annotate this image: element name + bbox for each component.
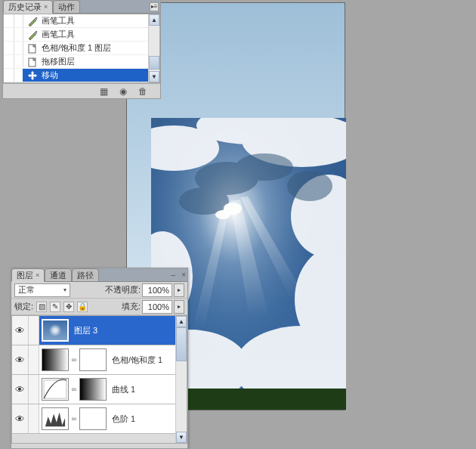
tab-channels[interactable]: 通道 bbox=[45, 268, 72, 282]
layer-link-gutter[interactable] bbox=[29, 345, 39, 374]
brush-icon bbox=[26, 29, 39, 41]
blend-row: 正常 ▾ 不透明度: 100% ▸ bbox=[11, 282, 187, 299]
minimize-icon[interactable]: – bbox=[171, 271, 175, 279]
snapshot-icon[interactable]: ◉ bbox=[118, 86, 128, 97]
lock-all-icon[interactable]: 🔒 bbox=[77, 302, 88, 312]
history-item[interactable]: 拖移图层 bbox=[4, 55, 159, 69]
lock-transparency-icon[interactable]: ▧ bbox=[36, 302, 47, 312]
history-tabs: 历史记录 × 动作 ▸≡ bbox=[3, 0, 160, 14]
history-item[interactable]: 色相/饱和度 1 图层 bbox=[4, 42, 159, 55]
chevron-down-icon: ▾ bbox=[63, 286, 66, 293]
layer-mask-thumbnail[interactable] bbox=[79, 348, 107, 371]
tab-actions-label: 动作 bbox=[58, 2, 75, 13]
close-icon[interactable]: × bbox=[36, 271, 39, 279]
layer-thumbnail[interactable] bbox=[42, 407, 69, 430]
tab-channels-label: 通道 bbox=[50, 270, 66, 281]
svg-rect-21 bbox=[42, 379, 68, 400]
scroll-down-icon[interactable]: ▼ bbox=[176, 432, 187, 443]
layer-label: 曲线 1 bbox=[112, 384, 135, 395]
visibility-icon[interactable]: 👁 bbox=[12, 375, 29, 404]
panel-menu-icon[interactable]: ▸≡ bbox=[150, 2, 159, 11]
tab-history[interactable]: 历史记录 × bbox=[3, 0, 53, 14]
tab-paths-label: 路径 bbox=[77, 270, 94, 281]
trash-icon[interactable]: 🗑 bbox=[138, 86, 148, 97]
lock-pixels-icon[interactable]: ✎ bbox=[50, 302, 60, 312]
new-layer-icon bbox=[26, 56, 39, 68]
blend-mode-value: 正常 bbox=[18, 284, 35, 296]
history-item-selected[interactable]: ▸ 移动 bbox=[4, 69, 159, 82]
history-item-label: 画笔工具 bbox=[42, 29, 75, 40]
chain-icon: ∞ bbox=[71, 413, 77, 424]
fill-input[interactable]: 100% bbox=[142, 300, 172, 314]
scroll-thumb[interactable] bbox=[149, 56, 159, 70]
fill-value: 100% bbox=[148, 302, 169, 311]
layer-thumbnail[interactable] bbox=[42, 348, 69, 371]
visibility-icon[interactable]: 👁 bbox=[12, 316, 29, 345]
opacity-value: 100% bbox=[148, 286, 169, 295]
layers-list: 👁 图层 3 👁 ∞ 色相/饱和度 1 👁 ∞ 曲线 1 👁 ∞ bbox=[11, 315, 187, 444]
scroll-up-icon[interactable]: ▲ bbox=[149, 14, 159, 26]
tab-layers-label: 图层 bbox=[17, 270, 33, 281]
scroll-up-icon[interactable]: ▲ bbox=[176, 316, 187, 327]
layer-thumbnail[interactable] bbox=[42, 378, 69, 401]
svg-point-18 bbox=[215, 210, 230, 219]
layer-row-selected[interactable]: 👁 图层 3 bbox=[12, 316, 187, 345]
history-item-label: 拖移图层 bbox=[42, 56, 75, 67]
tab-layers[interactable]: 图层 × bbox=[11, 268, 45, 282]
blend-mode-select[interactable]: 正常 ▾ bbox=[14, 283, 70, 297]
scroll-thumb[interactable] bbox=[176, 327, 187, 361]
layer-row[interactable]: 👁 ∞ 曲线 1 bbox=[12, 375, 187, 404]
scrollbar[interactable]: ▲ ▼ bbox=[148, 14, 159, 82]
scrollbar[interactable]: ▲ ▼ bbox=[175, 316, 187, 443]
new-layer-icon bbox=[26, 42, 39, 54]
history-list: 画笔工具 画笔工具 色相/饱和度 1 图层 拖移图层 ▸ 移动 ▲ ▼ bbox=[3, 14, 160, 83]
fill-flyout-icon[interactable]: ▸ bbox=[174, 300, 184, 314]
tab-history-label: 历史记录 bbox=[8, 2, 42, 13]
lock-position-icon[interactable]: ✥ bbox=[63, 302, 74, 312]
layer-row[interactable]: 👁 ∞ 色阶 1 bbox=[12, 404, 187, 434]
history-item-label: 色相/饱和度 1 图层 bbox=[42, 42, 111, 54]
layer-link-gutter[interactable] bbox=[29, 316, 39, 345]
tab-paths[interactable]: 路径 bbox=[72, 268, 99, 282]
layer-thumbnail[interactable] bbox=[42, 319, 69, 342]
layer-label: 图层 3 bbox=[74, 325, 97, 336]
tab-actions[interactable]: 动作 bbox=[53, 0, 80, 14]
close-icon[interactable]: × bbox=[181, 271, 186, 279]
layer-link-gutter[interactable] bbox=[29, 375, 39, 404]
history-item[interactable]: 画笔工具 bbox=[4, 28, 159, 42]
visibility-icon[interactable]: 👁 bbox=[12, 345, 29, 374]
lock-row: 锁定: ▧ ✎ ✥ 🔒 填充: 100% ▸ bbox=[11, 299, 187, 315]
layer-label: 色阶 1 bbox=[112, 413, 135, 425]
history-panel: 历史记录 × 动作 ▸≡ 画笔工具 画笔工具 色相/饱和度 1 图层 拖移图层 bbox=[2, 0, 161, 99]
history-item-label: 画笔工具 bbox=[42, 15, 75, 26]
history-item[interactable]: 画笔工具 bbox=[4, 14, 159, 28]
move-icon bbox=[26, 70, 39, 82]
layers-panel: – × 图层 × 通道 路径 正常 ▾ 不透明度: 100% ▸ 锁定: ▧ ✎… bbox=[11, 268, 188, 449]
layer-mask-thumbnail[interactable] bbox=[79, 378, 107, 401]
fill-label: 填充: bbox=[122, 301, 141, 312]
layer-link-gutter[interactable] bbox=[29, 404, 39, 433]
svg-point-16 bbox=[287, 171, 332, 201]
opacity-flyout-icon[interactable]: ▸ bbox=[174, 283, 184, 297]
opacity-label: 不透明度: bbox=[105, 284, 141, 296]
layer-row[interactable]: 👁 ∞ 色相/饱和度 1 bbox=[12, 345, 187, 375]
new-doc-icon[interactable]: ▦ bbox=[98, 86, 109, 97]
history-item-label: 移动 bbox=[42, 70, 58, 81]
close-icon[interactable]: × bbox=[44, 3, 48, 11]
lock-label: 锁定: bbox=[14, 301, 33, 312]
chain-icon: ∞ bbox=[71, 384, 77, 395]
brush-icon bbox=[26, 15, 39, 27]
svg-point-14 bbox=[236, 153, 293, 181]
layers-tabs: 图层 × 通道 路径 bbox=[11, 268, 187, 282]
layer-mask-thumbnail[interactable] bbox=[79, 407, 107, 430]
opacity-input[interactable]: 100% bbox=[142, 283, 172, 297]
layer-label: 色相/饱和度 1 bbox=[112, 355, 162, 366]
history-footer: ▦ ◉ 🗑 bbox=[3, 83, 160, 98]
scroll-down-icon[interactable]: ▼ bbox=[149, 71, 159, 82]
visibility-icon[interactable]: 👁 bbox=[12, 404, 29, 433]
chain-icon: ∞ bbox=[71, 355, 77, 365]
